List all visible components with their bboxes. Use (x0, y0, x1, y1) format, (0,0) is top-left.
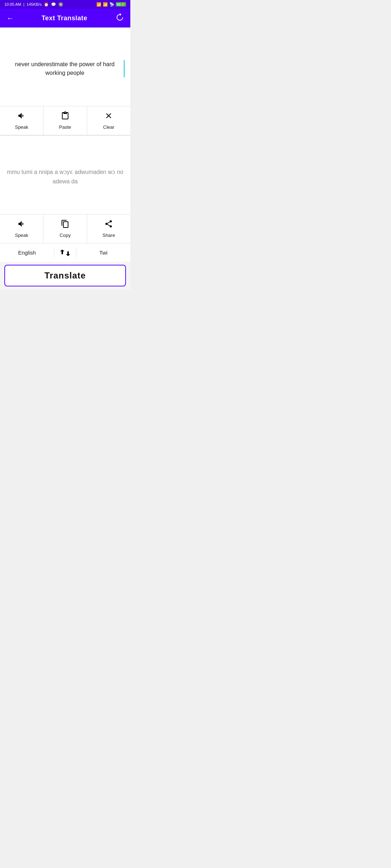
status-left: 10:05 AM | 145KB/s ⏰ 💬 🔘 (4, 2, 63, 7)
speak-output-icon (17, 220, 26, 230)
copy-label: Copy (60, 233, 71, 238)
speak-output-label: Speak (15, 233, 28, 238)
status-right: 📶 📶 📡 63 ⚡ (96, 2, 126, 7)
app-header: ← Text Translate (0, 9, 130, 27)
target-language-label: Twi (99, 250, 108, 256)
output-section: mmu tumi a nnipa a wɔyɛ adwumaden wɔ no … (0, 135, 130, 243)
input-section: never underestimate the power of hard wo… (0, 27, 130, 135)
vpn-icon: 🔘 (58, 2, 63, 7)
share-icon (104, 220, 113, 230)
copy-button[interactable]: Copy (43, 214, 87, 243)
history-icon (115, 13, 124, 22)
share-label: Share (102, 233, 115, 238)
translate-button[interactable]: Translate (4, 265, 126, 286)
paste-button[interactable]: Paste (43, 106, 87, 135)
paste-label: Paste (59, 124, 71, 130)
clear-label: Clear (103, 124, 114, 130)
speak-input-icon (17, 111, 26, 122)
source-language-label: English (18, 250, 36, 256)
copy-icon (61, 220, 70, 230)
network-speed: 145KB/s (26, 2, 42, 7)
output-text-area: mmu tumi a nnipa a wɔyɛ adwumaden wɔ no … (0, 136, 130, 214)
output-controls: Speak Copy Share (0, 214, 130, 243)
clear-button[interactable]: Clear (87, 106, 130, 135)
target-language-button[interactable]: Twi (76, 247, 130, 259)
back-button[interactable]: ← (5, 13, 15, 24)
input-text: never underestimate the power of hard wo… (6, 60, 125, 77)
translate-button-label: Translate (45, 271, 86, 280)
history-button[interactable] (114, 12, 125, 25)
source-language-button[interactable]: English (0, 247, 54, 259)
input-text-area[interactable]: never underestimate the power of hard wo… (0, 27, 130, 106)
whatsapp-icon: 💬 (51, 2, 56, 7)
output-text: mmu tumi a nnipa a wɔyɛ adwumaden wɔ no … (6, 167, 125, 186)
swap-languages-button[interactable] (54, 246, 76, 260)
separator: | (23, 2, 24, 7)
status-bar: 10:05 AM | 145KB/s ⏰ 💬 🔘 📶 📶 📡 63 ⚡ (0, 0, 130, 9)
input-controls: Speak Paste Clear (0, 106, 130, 135)
signal-icon-2: 📶 (103, 2, 108, 7)
share-button[interactable]: Share (87, 214, 130, 243)
speak-output-button[interactable]: Speak (0, 214, 43, 243)
alarm-icon: ⏰ (44, 2, 49, 7)
main-content: never underestimate the power of hard wo… (0, 27, 130, 289)
speak-input-label: Speak (15, 124, 28, 130)
signal-icon: 📶 (96, 2, 101, 7)
paste-icon (61, 111, 70, 122)
page-title: Text Translate (42, 14, 88, 22)
time-text: 10:05 AM (4, 2, 21, 7)
battery-icon: 63 ⚡ (116, 2, 126, 7)
clear-icon (104, 111, 113, 122)
wifi-icon: 📡 (109, 2, 114, 7)
speak-input-button[interactable]: Speak (0, 106, 43, 135)
language-bar: English Twi (0, 243, 130, 262)
swap-icon (60, 249, 70, 257)
